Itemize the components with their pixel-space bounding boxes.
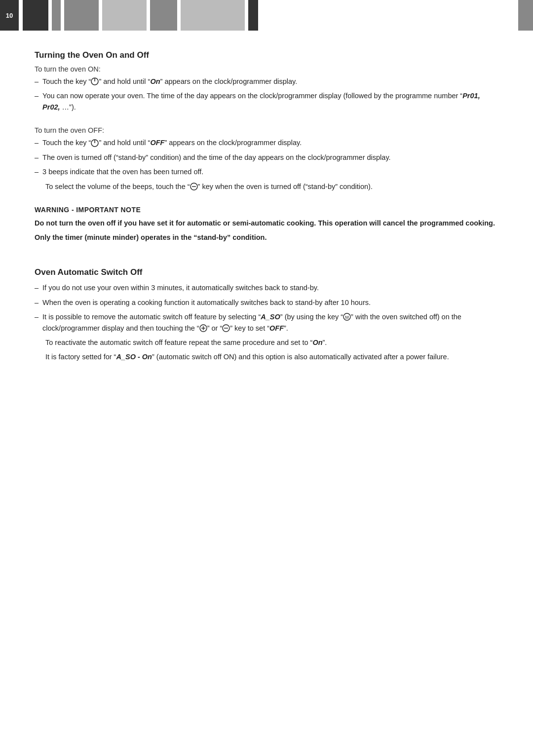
auto-bullet-2-text: When the oven is operating a cooking fun… xyxy=(42,297,498,308)
section-turning-on-off: Turning the Oven On and Off To turn the … xyxy=(35,50,498,243)
seg4 xyxy=(102,0,147,31)
auto-bullet-3-text: It is possible to remove the automatic s… xyxy=(42,311,498,334)
bullet-dash-off3: – xyxy=(35,166,38,177)
warning-body2: Only the timer (minute minder) operates … xyxy=(35,232,498,243)
page-number: 10 xyxy=(0,0,19,31)
auto-para-reactivate: To reactivate the automatic switch off f… xyxy=(35,337,498,348)
off-bullet-2-text: The oven is turned off (“stand-by” condi… xyxy=(42,152,498,163)
header-decorative-segments xyxy=(19,0,518,31)
seg5 xyxy=(150,0,177,31)
bullet-dash-off1: – xyxy=(35,137,38,148)
page-content: Turning the Oven On and Off To turn the … xyxy=(0,45,533,385)
on-bullet-1-text: Touch the key “” and hold until “On” app… xyxy=(42,76,498,87)
warning-box: WARNING - IMPORTANT NOTE Do not turn the… xyxy=(35,206,498,243)
header-bar: 10 xyxy=(0,0,533,31)
off-label: To turn the oven OFF: xyxy=(35,126,498,134)
auto-bullet-2: – When the oven is operating a cooking f… xyxy=(35,297,498,308)
bullet-dash-auto2: – xyxy=(35,297,38,308)
seg3 xyxy=(64,0,99,31)
minus-circle-icon-2 xyxy=(222,324,230,332)
off-bullet-1: – Touch the key “” and hold until “OFF” … xyxy=(35,137,498,148)
section-auto-switch-off: Oven Automatic Switch Off – If you do no… xyxy=(35,267,498,362)
auto-bullet-1-text: If you do not use your oven within 3 min… xyxy=(42,282,498,293)
power-icon-2 xyxy=(91,139,99,147)
seg2 xyxy=(52,0,61,31)
auto-bullet-3: – It is possible to remove the automatic… xyxy=(35,311,498,334)
off-bullet-3: – 3 beeps indicate that the oven has bee… xyxy=(35,166,498,177)
on-label: To turn the oven ON: xyxy=(35,65,498,73)
bullet-dash-off2: – xyxy=(35,152,38,163)
plus-circle-icon xyxy=(199,324,207,332)
auto-para-factory: It is factory setted for “A_SO - On” (au… xyxy=(35,351,498,362)
seg6 xyxy=(181,0,245,31)
svg-text:M: M xyxy=(345,315,349,320)
off-bullet-3-text: 3 beeps indicate that the oven has been … xyxy=(42,166,498,177)
warning-body1: Do not turn the oven off if you have set… xyxy=(35,218,498,228)
warning-title: WARNING - IMPORTANT NOTE xyxy=(35,206,498,214)
minus-circle-icon-1 xyxy=(190,183,198,190)
bullet-dash: – xyxy=(35,76,38,87)
on-bullet-1: – Touch the key “” and hold until “On” a… xyxy=(35,76,498,87)
on-bullet-2-text: You can now operate your oven. The time … xyxy=(42,90,498,113)
section-title-turning: Turning the Oven On and Off xyxy=(35,50,498,60)
indent-beeps-para: To select the volume of the beeps, touch… xyxy=(35,181,498,192)
seg7 xyxy=(248,0,258,31)
off-bullet-2: – The oven is turned off (“stand-by” con… xyxy=(35,152,498,163)
m-circle-icon: M xyxy=(343,313,351,321)
seg1 xyxy=(23,0,48,31)
header-right-accent xyxy=(518,0,533,31)
auto-bullet-1: – If you do not use your oven within 3 m… xyxy=(35,282,498,293)
bullet-dash-2: – xyxy=(35,90,38,101)
bullet-dash-auto1: – xyxy=(35,282,38,293)
section-title-auto: Oven Automatic Switch Off xyxy=(35,267,498,277)
on-bullet-2: – You can now operate your oven. The tim… xyxy=(35,90,498,113)
power-icon-1 xyxy=(91,77,99,85)
bullet-dash-auto3: – xyxy=(35,311,38,322)
off-bullet-1-text: Touch the key “” and hold until “OFF” ap… xyxy=(42,137,498,148)
